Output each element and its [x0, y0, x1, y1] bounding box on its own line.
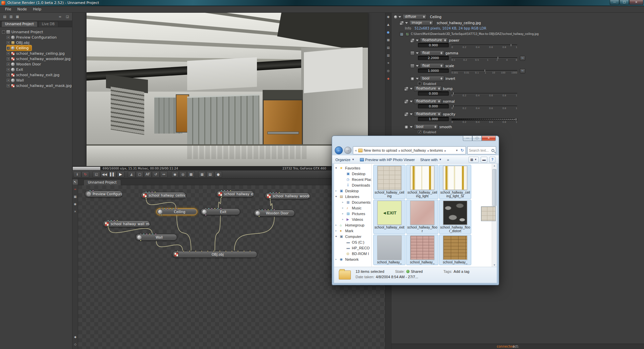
reload-image-icon[interactable]: ↻ [405, 32, 410, 36]
node-output-pin[interactable] [107, 226, 109, 228]
node-input-pin[interactable] [110, 220, 112, 221]
back-button[interactable]: ← [335, 146, 343, 154]
tree-item[interactable]: + Wall [7, 78, 26, 83]
breadcrumb-overflow-icon[interactable]: « [354, 148, 358, 152]
tree-item[interactable]: + Wooden Door [7, 61, 44, 67]
link-view-icon[interactable]: ∞ [57, 14, 63, 19]
breadcrumb-segment[interactable]: textures [429, 148, 446, 152]
parameter-type-combo[interactable]: floattexture [414, 86, 442, 91]
node-output-pin[interactable] [221, 196, 222, 198]
expander-icon[interactable] [335, 235, 338, 238]
node-input-pin[interactable] [207, 250, 209, 252]
value-slider[interactable]: 00.20.40.60.81 [451, 91, 517, 97]
node-input-pin[interactable] [275, 192, 277, 194]
node-input-pin[interactable] [205, 208, 207, 209]
node-input-pin[interactable] [221, 190, 222, 192]
slider-thumb[interactable] [511, 44, 512, 47]
node-input-pin[interactable] [273, 209, 275, 211]
collapse-arrow-icon[interactable] [410, 101, 413, 102]
maximize-button[interactable]: ▢ [620, 0, 629, 5]
tree-expander-icon[interactable]: + [7, 63, 10, 66]
tree-expander-icon[interactable]: + [7, 36, 10, 39]
file-item[interactable]: school_hallway_floor_distort [439, 200, 471, 234]
node-input-pin[interactable] [92, 190, 94, 192]
nav-tree-item[interactable]: Desktop [334, 188, 371, 194]
value-field[interactable]: 0.000 [418, 104, 449, 108]
nav-tree-item[interactable]: Network [334, 256, 371, 262]
restart-render-icon[interactable]: ↻ [82, 171, 89, 178]
collapse-arrow-icon[interactable] [410, 126, 413, 128]
node-input-pin[interactable] [176, 208, 177, 209]
checkbox[interactable] [418, 82, 421, 85]
value-field[interactable]: 2.2000 [418, 56, 449, 60]
slider-track[interactable] [451, 70, 517, 71]
outliner-icon[interactable]: ◉ [386, 14, 391, 19]
parameter-type-combo[interactable]: float [420, 63, 444, 68]
graph-node[interactable]: Wooden Door [254, 210, 295, 216]
collapse-arrow-icon[interactable] [405, 22, 408, 24]
node-input-pin[interactable] [225, 250, 227, 252]
collapse-arrow-icon[interactable] [416, 78, 419, 80]
tree-item[interactable]: + OBJ.obj [7, 40, 32, 45]
value-slider[interactable]: 00.20.40.60.81 [451, 117, 517, 123]
node-input-pin[interactable] [264, 209, 266, 211]
preview-image-icon[interactable]: ▤ [399, 32, 404, 36]
menu-item[interactable]: Help [30, 6, 44, 12]
fit-graph-icon[interactable]: ◇ [73, 342, 78, 347]
inspect-node-icon[interactable]: ◉ [73, 202, 78, 207]
value-field[interactable]: 0.900 [418, 43, 449, 47]
node-input-pin[interactable] [249, 250, 251, 252]
checkbox[interactable] [418, 130, 421, 134]
delete-node-icon[interactable]: × [73, 209, 78, 214]
node-input-pin[interactable] [113, 220, 115, 221]
node-input-pin[interactable] [213, 250, 215, 252]
node-input-pin[interactable] [278, 192, 280, 194]
slider-thumb[interactable] [453, 92, 454, 95]
node-input-pin[interactable] [272, 192, 274, 194]
tree-expander-icon[interactable]: + [7, 68, 10, 71]
graph-node[interactable]: school_hallway_wall_mask.jpg [103, 220, 150, 227]
node-input-pin[interactable] [270, 209, 272, 211]
tags-value[interactable]: Add a tag [453, 269, 469, 273]
node-input-pin[interactable] [267, 209, 269, 211]
expander-icon[interactable] [335, 229, 338, 232]
date-taken-value[interactable]: 4/8/2004 8:54 AM - 27/7... [376, 275, 418, 279]
render-region-icon[interactable]: ▩ [187, 171, 195, 178]
slider-track[interactable] [451, 93, 517, 94]
display-settings-icon[interactable]: ▢ [136, 171, 144, 178]
value-slider[interactable]: 00.20.40.60.81 [451, 43, 517, 49]
pick-material-icon[interactable]: ◉ [171, 171, 179, 178]
node-input-pin[interactable] [146, 233, 148, 235]
panel-layout-icon[interactable]: ▦ [15, 14, 20, 19]
project-tab[interactable]: Live DB [38, 21, 58, 27]
slider-thumb[interactable] [484, 69, 485, 72]
node-input-pin[interactable] [177, 250, 178, 252]
collapse-arrow-icon[interactable] [410, 113, 413, 115]
organize-button[interactable]: Organize ▼ [335, 158, 355, 162]
node-input-pin[interactable] [164, 208, 165, 209]
help-button[interactable]: ? [489, 157, 495, 163]
node-input-pin[interactable] [89, 190, 91, 192]
nav-tree-item[interactable]: Computer [334, 234, 371, 239]
expander-icon[interactable] [342, 218, 345, 221]
environment-icon[interactable]: ☀ [386, 61, 391, 65]
nav-tree-item[interactable]: Favorites [334, 165, 371, 171]
nav-tree-item[interactable]: OS (C:) [334, 239, 371, 245]
tree-expander-icon[interactable]: + [7, 41, 10, 44]
value-field[interactable]: 0.000 [418, 91, 449, 96]
nav-tree-item[interactable]: Homegroup [334, 222, 371, 228]
node-input-pin[interactable] [214, 208, 216, 209]
expander-icon[interactable] [335, 166, 338, 169]
minimize-button[interactable]: — [610, 0, 619, 5]
breadcrumb-bar[interactable]: « New items to uploadschool_hallwaytextu… [353, 146, 466, 154]
graph-node[interactable]: school_hallway_exit.jpg [216, 191, 254, 197]
explorer-maximize-button[interactable]: ▢ [472, 136, 482, 141]
node-input-pin[interactable] [189, 250, 191, 252]
expander-icon[interactable] [335, 223, 338, 227]
node-type-combo[interactable]: image [409, 20, 433, 26]
tree-expander-icon[interactable]: - [2, 31, 5, 34]
expander-icon[interactable] [335, 258, 338, 261]
node-input-pin[interactable] [149, 233, 151, 235]
node-input-pin[interactable] [154, 191, 156, 193]
nav-tree-item[interactable]: Pictures [334, 211, 371, 216]
